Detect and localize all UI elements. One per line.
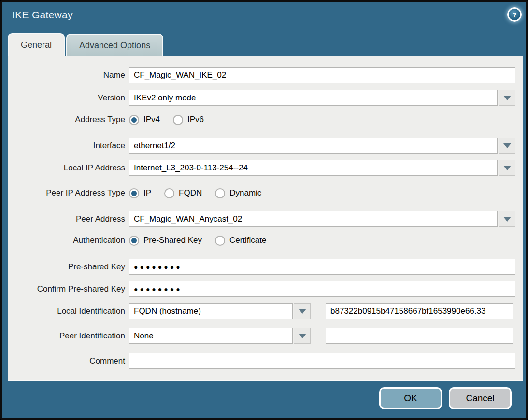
peer-ip-type-row: Peer IP Address Type IP FQDN Dynamic [8, 186, 523, 200]
chevron-down-icon [503, 143, 511, 148]
interface-row: Interface [8, 138, 523, 154]
authentication-label: Authentication [8, 236, 125, 245]
peer-ip-type-label: Peer IP Address Type [8, 188, 125, 198]
radio-pre-shared-key-label: Pre-Shared Key [143, 236, 202, 245]
tab-bar: General Advanced Options [8, 33, 163, 56]
peer-address-input[interactable] [129, 211, 498, 227]
radio-ip-label: IP [143, 188, 151, 198]
chevron-down-icon [299, 309, 306, 314]
cancel-button[interactable]: Cancel [449, 387, 512, 409]
local-identification-dropdown-button[interactable] [294, 303, 311, 319]
peer-address-dropdown-button[interactable] [499, 211, 515, 227]
comment-input[interactable] [129, 353, 515, 369]
chevron-down-icon [503, 217, 511, 222]
name-input[interactable] [129, 67, 515, 83]
authentication-row: Authentication Pre-Shared Key Certificat… [8, 234, 523, 247]
peer-identification-value-input[interactable] [326, 328, 513, 344]
peer-identification-row: Peer Identification [8, 328, 523, 344]
peer-identification-label: Peer Identification [8, 331, 125, 341]
pre-shared-key-label: Pre-shared Key [8, 262, 125, 272]
pre-shared-key-input[interactable] [129, 259, 515, 275]
comment-label: Comment [8, 356, 125, 366]
version-dropdown-button[interactable] [499, 90, 515, 106]
interface-label: Interface [8, 141, 125, 151]
peer-address-label: Peer Address [8, 214, 125, 224]
name-label: Name [8, 70, 125, 80]
confirm-pre-shared-key-input[interactable] [129, 281, 515, 297]
address-type-row: Address Type IPv4 IPv6 [8, 113, 523, 126]
local-ip-row: Local IP Address [8, 160, 523, 176]
help-glyph: ? [512, 11, 516, 18]
chevron-down-icon [503, 96, 511, 100]
radio-ipv4-label: IPv4 [143, 115, 160, 125]
dialog-title: IKE Gateway [12, 9, 73, 21]
comment-row: Comment [8, 353, 523, 369]
confirm-pre-shared-key-label: Confirm Pre-shared Key [8, 284, 125, 294]
local-identification-row: Local Identification [8, 303, 523, 319]
local-identification-label: Local Identification [8, 307, 125, 316]
radio-fqdn[interactable] [164, 188, 174, 198]
radio-ipv4[interactable] [129, 115, 139, 125]
version-input[interactable] [129, 90, 498, 106]
confirm-pre-shared-key-row: Confirm Pre-shared Key [8, 281, 523, 297]
ike-gateway-dialog: IKE Gateway ? General Advanced Options N… [0, 0, 528, 420]
radio-ipv6[interactable] [173, 115, 183, 125]
peer-address-row: Peer Address [8, 211, 523, 227]
local-ip-input[interactable] [129, 160, 498, 176]
radio-dynamic[interactable] [215, 188, 225, 198]
name-row: Name [8, 67, 523, 83]
chevron-down-icon [503, 166, 511, 170]
peer-identification-type-input[interactable] [129, 328, 293, 344]
address-type-label: Address Type [8, 115, 125, 125]
local-ip-label: Local IP Address [8, 163, 125, 173]
tab-general[interactable]: General [8, 33, 65, 56]
peer-identification-dropdown-button[interactable] [294, 328, 311, 344]
chevron-down-icon [299, 334, 306, 338]
ok-button[interactable]: OK [379, 387, 442, 409]
local-identification-value-input[interactable] [326, 303, 513, 319]
radio-certificate[interactable] [215, 236, 225, 246]
interface-dropdown-button[interactable] [499, 138, 515, 154]
radio-ip[interactable] [129, 188, 139, 198]
tab-advanced-options[interactable]: Advanced Options [66, 34, 163, 56]
radio-ipv6-label: IPv6 [187, 115, 204, 125]
pre-shared-key-row: Pre-shared Key [8, 259, 523, 275]
version-row: Version [8, 90, 523, 106]
radio-dynamic-label: Dynamic [229, 188, 261, 198]
radio-pre-shared-key[interactable] [129, 236, 139, 246]
local-identification-type-input[interactable] [129, 303, 293, 319]
radio-certificate-label: Certificate [229, 236, 267, 245]
local-ip-dropdown-button[interactable] [499, 160, 515, 176]
general-tab-panel: Name Version Address Type IPv4 [8, 56, 523, 381]
radio-fqdn-label: FQDN [179, 188, 202, 198]
version-label: Version [8, 93, 125, 103]
help-icon[interactable]: ? [507, 7, 522, 22]
interface-input[interactable] [129, 138, 498, 154]
